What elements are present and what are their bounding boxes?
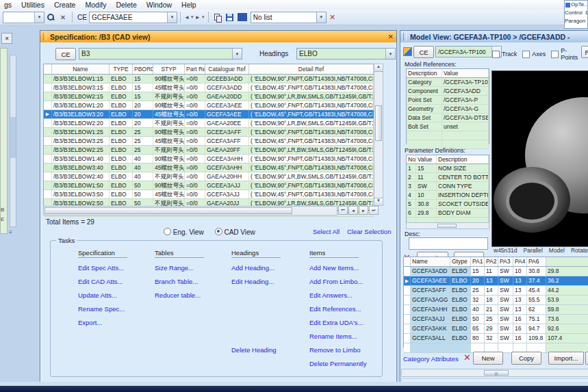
dock-grip[interactable]: ≡ xyxy=(9,229,12,235)
column-header[interactable]: STYP xyxy=(153,64,185,74)
column-header[interactable]: Value xyxy=(416,155,437,164)
table-row[interactable]: 115NOM SIZE xyxy=(407,164,489,173)
table-row[interactable] xyxy=(407,131,489,140)
table-row[interactable]: 3SWCONN TYPE xyxy=(407,182,489,191)
clear-find-button[interactable]: ✕ xyxy=(57,12,68,23)
column-header[interactable]: Name xyxy=(52,64,110,74)
titlebar-grip[interactable] xyxy=(403,33,407,40)
column-header[interactable] xyxy=(44,64,52,74)
new-button[interactable]: New xyxy=(473,352,503,365)
dock-close-button[interactable]: ✕ xyxy=(1,33,12,44)
export-button[interactable]: Export... xyxy=(585,352,588,365)
task-link[interactable]: Remove to Limbo xyxy=(309,346,360,354)
task-link[interactable]: Rename Items... xyxy=(309,332,357,340)
task-link[interactable]: Size Range... xyxy=(155,264,194,272)
table-row[interactable]: 629.8BODY DIAM xyxy=(407,209,489,218)
column-header[interactable]: PA3 xyxy=(498,257,513,266)
table-row[interactable]: GCEFA3ADDELBO1511SW1030.829.8 xyxy=(404,267,588,276)
first-record-button[interactable]: ⏮ xyxy=(338,206,348,215)
select-all-link[interactable]: Select All xyxy=(313,228,340,235)
table-row[interactable]: Bolt Setunset xyxy=(407,122,489,131)
task-link[interactable]: Add New Items... xyxy=(309,264,359,272)
scroll-thumb[interactable] xyxy=(437,224,457,228)
task-link[interactable]: Edit Heading... xyxy=(231,278,274,285)
titlebar-grip[interactable] xyxy=(43,33,47,40)
task-link[interactable]: Branch Table... xyxy=(155,278,198,285)
scroll-up-arrow[interactable]: ▲ xyxy=(374,64,383,72)
ce-button[interactable]: CE xyxy=(55,48,76,60)
table-row[interactable]: /B3/B3ELBOW3:40ELBO4045螺纹弯头=0/0GCEFA3AHH… xyxy=(44,164,374,172)
column-header[interactable]: No xyxy=(407,155,416,164)
scroll-thumb[interactable] xyxy=(10,117,16,158)
task-link[interactable]: Export... xyxy=(78,319,102,326)
import-button[interactable]: Import... xyxy=(548,352,584,365)
column-header[interactable]: Value xyxy=(442,69,489,77)
column-header[interactable]: PA2 xyxy=(485,257,498,266)
table-row[interactable]: GCEFA3AFFELBO2514SW1345.444.2 xyxy=(404,286,588,296)
close-icon[interactable]: ✕ xyxy=(388,33,394,40)
column-header[interactable]: Part Ref xyxy=(185,64,205,74)
table-row[interactable]: 530.8SCOKET OUTSIDE DIAM xyxy=(407,200,489,209)
clear-selection-link[interactable]: Clear Selection xyxy=(347,228,391,235)
clear-list-button[interactable]: ✕ xyxy=(327,12,338,23)
options-panel-line[interactable]: Paragon De xyxy=(565,17,587,25)
reset-button[interactable]: Reset xyxy=(581,46,588,58)
column-header[interactable]: Name xyxy=(411,257,450,266)
next-record-button[interactable]: ► xyxy=(359,206,368,215)
scroll-thumb[interactable] xyxy=(375,105,382,141)
track-checkbox[interactable]: Track xyxy=(492,47,517,61)
find-button[interactable] xyxy=(45,12,56,23)
save-button[interactable] xyxy=(225,12,235,23)
table-row[interactable]: /B3/B3ELBOW1:20ELBO2090螺纹弯头=0/0GCEEA3AEE… xyxy=(44,101,374,110)
column-header[interactable] xyxy=(404,257,411,266)
chevron-down-icon[interactable]: ▼ xyxy=(201,15,205,19)
menu-item-delete[interactable]: Delete xyxy=(116,1,136,9)
list-view-button[interactable] xyxy=(237,12,248,23)
table-row[interactable]: /B3/B3ELBOW3:25ELBO2545螺纹弯头=0/0GCEFA3AFF… xyxy=(44,137,374,146)
forward-button[interactable]: ► xyxy=(195,14,201,21)
headings-combo[interactable]: ELBO ▼ xyxy=(296,48,396,60)
dock-scrollbar[interactable] xyxy=(10,55,16,227)
table-row[interactable]: Point Set/GCEFA3A-P xyxy=(407,96,489,105)
desc-input[interactable] xyxy=(409,237,488,250)
task-link[interactable]: Add Heading... xyxy=(231,264,274,272)
column-header[interactable] xyxy=(546,257,588,266)
table-row[interactable]: Component/GCEFA3ADD xyxy=(407,87,489,96)
menu-item-create[interactable]: Create xyxy=(54,1,76,9)
table-row[interactable]: ▶GCEFA3AEEELBO2013SW1337.436.2 xyxy=(404,276,588,286)
scroll-down-arrow[interactable]: ▼ xyxy=(374,198,383,205)
table-row[interactable]: /B3/B3ELBOW2:25ELBO25不规则弯头=0/0GAEAA20FF(… xyxy=(44,146,374,155)
table-row[interactable]: /B3/B3ELBOW2:40ELBO40不规则弯头=0/0GAEAA20HH(… xyxy=(44,172,374,181)
table-row[interactable]: /B3/B3ELBOW1:15ELBO1590螺纹弯头=0/0GCEEB3ADD… xyxy=(44,75,374,83)
list-combo[interactable]: No list ▼ xyxy=(251,12,327,23)
cad-view-radio[interactable]: CAD View xyxy=(215,228,255,236)
axes-checkbox[interactable]: Axes xyxy=(522,47,546,61)
task-link[interactable]: Delete Permanently xyxy=(309,360,366,367)
column-header[interactable]: Description xyxy=(407,69,442,77)
column-header[interactable]: PA6 xyxy=(527,257,546,266)
column-header[interactable]: PA1 xyxy=(471,257,485,266)
task-link[interactable]: Edit Extra UDA's... xyxy=(309,319,363,326)
table-row[interactable]: /B3/B3ELBOW2:15ELBO15不规则弯头=0/0GAEAA20DD(… xyxy=(44,92,374,101)
column-header[interactable]: PBOR0 xyxy=(133,64,153,74)
task-link[interactable]: Rename Spec... xyxy=(78,305,125,313)
column-header[interactable]: Detail Ref xyxy=(249,64,374,74)
table-row[interactable]: /B3/B3ELBOW3:50ELBO5045螺纹弯头=0/0GCEFA3AJJ… xyxy=(44,190,374,199)
delete-icon[interactable]: ✕ xyxy=(463,352,471,363)
column-header[interactable]: Description xyxy=(437,155,489,164)
ce-button[interactable]: CE xyxy=(413,46,434,58)
p-points-checkbox[interactable]: P-Points xyxy=(551,47,578,61)
menu-item-utilities[interactable]: Utilities xyxy=(21,1,44,9)
column-header[interactable]: Gtype xyxy=(450,257,471,266)
table-row[interactable]: GCEFA3AGGELBO3218SW1355.553.9 xyxy=(404,296,588,305)
table-row[interactable]: GCEFA3ALLELBO8032SW16109.8107.4 xyxy=(404,334,588,343)
params-horizontal-scrollbar[interactable] xyxy=(406,222,489,229)
spec-combo[interactable]: B3 ▼ xyxy=(79,48,242,60)
back-button[interactable]: ◄ xyxy=(184,14,190,21)
menu-item-gs[interactable]: gs xyxy=(4,1,12,9)
table-row[interactable]: /B3/B3ELBOW3:15ELBO1545螺纹弯头=0/0GCEFA3ADD… xyxy=(44,83,374,92)
table-row[interactable]: /B3/B3ELBOW1:25ELBO2590螺纹弯头=0/0GCEEA3AFF… xyxy=(44,128,374,137)
table-row[interactable]: Category/GCEFA3A-TP100 xyxy=(407,78,489,87)
scroll-thumb[interactable]: ||| xyxy=(484,370,509,376)
menu-item-window[interactable]: Window xyxy=(146,1,172,9)
